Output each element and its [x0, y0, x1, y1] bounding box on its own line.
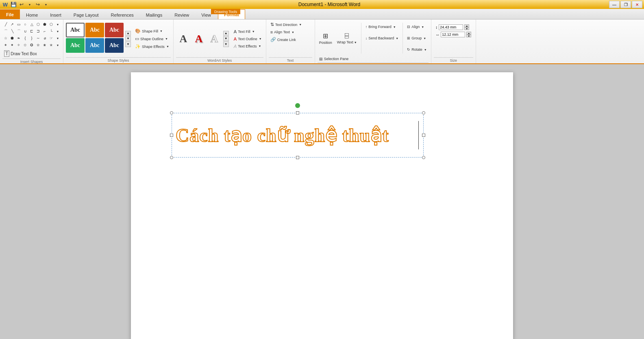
save-button[interactable]: 💾: [10, 1, 17, 8]
send-backward-button[interactable]: ↓ Send Backward ▼: [364, 32, 400, 44]
align-arrow[interactable]: ▼: [421, 26, 424, 28]
tab-review[interactable]: Review: [168, 10, 195, 19]
wordart-style-plain[interactable]: A: [176, 32, 191, 46]
text-direction-button[interactable]: ⇅ Text Direction ▼: [269, 21, 303, 28]
group-button[interactable]: ⊞ Group ▼: [405, 32, 428, 44]
text-effects-button[interactable]: A Text Effects ▼: [232, 43, 263, 50]
shape-fill-dropdown-arrow[interactable]: ▼: [160, 30, 163, 32]
height-up[interactable]: ▲: [464, 24, 469, 27]
text-outline-button[interactable]: A Text Outline ▼: [232, 36, 263, 42]
wordart-style-shadow[interactable]: A: [191, 32, 206, 46]
shape8[interactable]: ⬠: [48, 21, 54, 28]
shape17[interactable]: └: [48, 28, 54, 35]
shape-outline-button[interactable]: ▭ Shape Outline ▼: [133, 35, 171, 42]
tab-file[interactable]: File: [0, 9, 20, 19]
rect-tool[interactable]: ▭: [15, 21, 22, 28]
width-input[interactable]: [441, 32, 465, 37]
text-outline-dropdown-arrow[interactable]: ▼: [259, 37, 262, 40]
shape33[interactable]: ✫: [35, 42, 41, 48]
shape-style-6[interactable]: Abc: [105, 38, 124, 53]
height-input[interactable]: [439, 24, 463, 30]
shape36[interactable]: ▼: [54, 42, 61, 48]
position-button[interactable]: ⊞ Position: [318, 21, 334, 55]
wordart-style-outline[interactable]: A: [207, 32, 222, 46]
shape30[interactable]: ✧: [15, 42, 22, 48]
draw-text-box-button[interactable]: T Draw Text Box: [2, 50, 39, 58]
shape27[interactable]: ▼: [54, 35, 61, 41]
align-text-arrow[interactable]: ▼: [292, 31, 294, 34]
tab-insert[interactable]: Insert: [44, 10, 67, 19]
wordart-container[interactable]: Cách tạo chữ nghệ thuật: [172, 113, 424, 158]
shape29[interactable]: ✦: [9, 42, 15, 48]
shape-style-5[interactable]: Abc: [85, 38, 104, 53]
shape35[interactable]: ✭: [48, 42, 54, 48]
wordart-scroll-up[interactable]: ▲: [223, 31, 229, 36]
shape-style-4[interactable]: Abc: [66, 38, 85, 53]
tab-mailings[interactable]: Mailings: [140, 10, 168, 19]
tab-pagelayout[interactable]: Page Layout: [67, 10, 105, 19]
arrow-tool[interactable]: ↗: [9, 21, 15, 28]
create-link-button[interactable]: 🔗 Create Link: [269, 36, 298, 43]
circle-tool[interactable]: ○: [22, 21, 28, 28]
shape28[interactable]: ✶: [2, 42, 9, 48]
undo-dropdown[interactable]: ▼: [26, 1, 33, 8]
shape22[interactable]: {: [22, 35, 28, 41]
text-direction-arrow[interactable]: ▼: [299, 23, 302, 26]
customize-quick-access[interactable]: ▼: [42, 1, 50, 8]
rotate-arrow[interactable]: ▼: [424, 48, 427, 51]
style-scroll-up[interactable]: ▲: [125, 31, 131, 36]
shape19[interactable]: ☆: [2, 35, 9, 41]
send-backward-arrow[interactable]: ▼: [396, 37, 398, 40]
shape9[interactable]: ▼: [54, 21, 61, 28]
shape18[interactable]: ▼: [54, 28, 61, 35]
redo-button[interactable]: ↪: [34, 1, 41, 8]
shape-fill-button[interactable]: 🎨 Shape Fill ▼: [133, 28, 171, 35]
wrap-text-button[interactable]: ⌸ Wrap Text ▼: [335, 21, 359, 55]
undo-button[interactable]: ↩: [18, 1, 25, 8]
handle-top-left[interactable]: [170, 111, 173, 114]
shape-effects-dropdown-arrow[interactable]: ▼: [166, 45, 169, 48]
shape-style-1[interactable]: Abc: [66, 23, 85, 37]
bring-forward-button[interactable]: ↑ Bring Forward ▼: [364, 21, 400, 32]
wordart-more[interactable]: ▼: [223, 41, 229, 47]
text-fill-button[interactable]: A Text Fill ▼: [232, 28, 263, 35]
group-arrow[interactable]: ▼: [423, 37, 426, 40]
shape32[interactable]: ✪: [28, 42, 35, 48]
shape14[interactable]: ⊏: [28, 28, 35, 35]
shape20[interactable]: ⬟: [9, 35, 15, 41]
line-tool[interactable]: ╱: [2, 21, 9, 28]
shape-outline-dropdown-arrow[interactable]: ▼: [165, 37, 168, 40]
handle-mid-left[interactable]: [170, 134, 173, 137]
shape16[interactable]: ⌐: [41, 28, 48, 35]
restore-button[interactable]: ❐: [620, 1, 631, 8]
height-down[interactable]: ▼: [464, 27, 469, 30]
shape6[interactable]: ⬡: [35, 21, 41, 28]
shape15[interactable]: ⊐: [35, 28, 41, 35]
shape-style-2[interactable]: Abc: [85, 23, 104, 37]
rotate-button[interactable]: ↻ Rotate ▼: [405, 44, 428, 55]
shape7[interactable]: ⬟: [41, 21, 48, 28]
shape21[interactable]: ❧: [15, 35, 22, 41]
shape25[interactable]: ⌀: [41, 35, 48, 41]
text-fill-dropdown-arrow[interactable]: ▼: [252, 30, 255, 33]
rotate-handle[interactable]: [295, 103, 300, 108]
align-text-button[interactable]: ≡ Align Text ▼: [269, 29, 296, 35]
tab-home[interactable]: Home: [20, 10, 44, 19]
shape10[interactable]: ⌒: [2, 28, 9, 35]
shape5[interactable]: △: [28, 21, 35, 28]
handle-bottom-left[interactable]: [170, 156, 173, 159]
shape23[interactable]: }: [28, 35, 35, 41]
bring-forward-arrow[interactable]: ▼: [393, 26, 396, 28]
shape26[interactable]: ☞: [48, 35, 54, 41]
wordart-text-area[interactable]: Cách tạo chữ nghệ thuật: [176, 113, 424, 158]
shape11[interactable]: ╲: [9, 28, 15, 35]
shape24[interactable]: ∼: [35, 35, 41, 41]
align-button[interactable]: ⊟ Align ▼: [405, 21, 428, 32]
width-down[interactable]: ▼: [466, 35, 471, 37]
wrap-text-arrow[interactable]: ▼: [354, 41, 357, 44]
selection-pane-button[interactable]: ▤ Selection Pane: [318, 56, 350, 62]
shape13[interactable]: ∪: [22, 28, 28, 35]
width-up[interactable]: ▲: [466, 32, 471, 35]
close-button[interactable]: ✕: [632, 1, 642, 8]
shape31[interactable]: ✩: [22, 42, 28, 48]
